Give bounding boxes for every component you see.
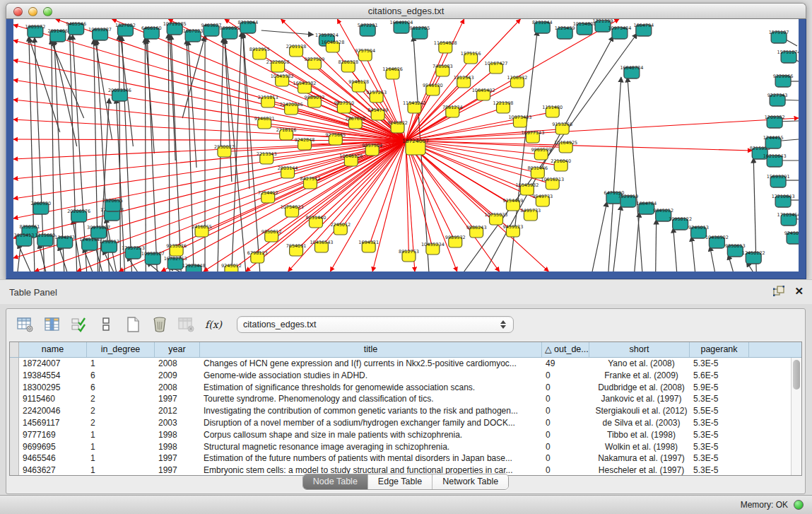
svg-text:1164626: 1164626 [382, 66, 403, 72]
cell-out_degree: 0 [542, 417, 589, 429]
cell-name: 9699695 [19, 441, 87, 453]
status-bar: Memory: OK [0, 495, 812, 514]
svg-text:8495733: 8495733 [520, 208, 541, 214]
table-row[interactable]: 1456911722003Disruption of a novel membe… [10, 417, 801, 429]
network-canvas[interactable]: 1905572269140694655461065328715276026466… [13, 19, 799, 271]
table-vertical-scrollbar[interactable] [791, 358, 801, 475]
create-column-icon[interactable] [122, 315, 143, 334]
svg-text:9612705: 9612705 [410, 25, 430, 31]
column-header-year[interactable]: year [155, 342, 200, 357]
function-builder-icon[interactable]: f(x) [203, 315, 224, 334]
close-window-button[interactable] [13, 7, 23, 16]
svg-text:1151480: 1151480 [542, 105, 563, 110]
svg-text:1221399: 1221399 [593, 19, 613, 24]
table-row[interactable]: 977716911998Corpus callosum shape and si… [10, 429, 801, 441]
table-row[interactable]: 1872400712008Changes of HCN gene express… [10, 358, 801, 370]
table-row[interactable]: 946554611997Estimation of the future num… [10, 452, 801, 465]
svg-text:9135026: 9135026 [166, 243, 187, 249]
svg-text:1244415: 1244415 [763, 135, 784, 141]
svg-text:5972231: 5972231 [358, 23, 378, 28]
column-header-in_degree[interactable]: in_degree [87, 342, 155, 357]
tab-edge-table[interactable]: Edge Table [368, 474, 433, 489]
svg-text:9645012: 9645012 [653, 208, 673, 214]
table-tabbar: Node TableEdge TableNetwork Table [6, 474, 805, 490]
svg-text:9242848: 9242848 [295, 137, 315, 143]
svg-text:8031446: 8031446 [527, 165, 548, 171]
citation-graph[interactable]: 1905572269140694655461065328715276026466… [13, 19, 799, 271]
svg-text:10164925: 10164925 [554, 140, 577, 146]
svg-text:10167427: 10167427 [485, 61, 508, 66]
zoom-window-button[interactable] [43, 7, 52, 16]
table-options-icon[interactable] [15, 315, 36, 334]
svg-text:1575156: 1575156 [461, 51, 481, 57]
scrollbar-thumb[interactable] [793, 360, 800, 390]
svg-text:1667023: 1667023 [183, 28, 204, 34]
table-row[interactable]: 1830029562008Estimation of significance … [10, 382, 801, 394]
cell-pagerank: 5.3E-5 [690, 358, 749, 370]
column-header-pagerank[interactable]: pagerank [690, 342, 749, 357]
svg-text:16649104: 16649104 [390, 20, 413, 25]
table-row[interactable]: 969969511998Structural magnetic resonanc… [10, 441, 801, 453]
unselect-rows-icon[interactable] [95, 315, 117, 334]
delete-column-icon[interactable] [149, 315, 170, 334]
tab-network-table[interactable]: Network Table [433, 474, 508, 489]
svg-text:20206576: 20206576 [67, 209, 90, 214]
table-tabs: Node TableEdge TableNetwork Table [302, 474, 509, 490]
close-panel-icon[interactable]: ✕ [794, 286, 804, 296]
column-header-name[interactable]: name [19, 342, 87, 357]
svg-text:9245014: 9245014 [784, 230, 799, 236]
svg-text:18724007: 18724007 [402, 138, 429, 144]
column-header-out_degree[interactable]: △ out_de... [542, 342, 589, 357]
table-header-row: namein_degreeyeartitle△ out_de...shortpa… [10, 342, 801, 358]
table-row[interactable]: 2242004622012Investigating the contribut… [10, 405, 801, 417]
svg-text:10719185: 10719185 [163, 21, 187, 27]
cell-title: Changes of HCN gene expression and I(f) … [200, 358, 542, 370]
cell-title: Tourette syndrome. Phenomenology and cla… [200, 393, 542, 405]
svg-text:9463627: 9463627 [201, 23, 222, 28]
svg-text:8454749: 8454749 [367, 107, 388, 113]
cell-year: 1997 [155, 393, 200, 405]
svg-text:10436502: 10436502 [705, 235, 729, 240]
column-header-title[interactable]: title [200, 342, 542, 357]
cell-name: 9465546 [19, 452, 87, 465]
svg-text:2416055: 2416055 [192, 224, 212, 230]
network-frame: 1905572269140694655461065328715276026466… [6, 19, 806, 279]
cell-out_degree: 0 [542, 382, 589, 394]
delete-table-icon[interactable] [176, 315, 197, 334]
svg-text:1125439: 1125439 [555, 25, 575, 31]
tab-node-table[interactable]: Node Table [303, 474, 368, 489]
svg-text:9850612: 9850612 [261, 229, 282, 235]
svg-text:16046128: 16046128 [321, 40, 344, 45]
cell-name: 22420046 [19, 405, 87, 417]
svg-text:8186328: 8186328 [338, 59, 358, 65]
cell-year: 2008 [155, 358, 200, 370]
svg-text:1664794: 1664794 [633, 23, 654, 28]
svg-text:17103454: 17103454 [777, 212, 799, 218]
cell-in_degree: 2 [87, 417, 155, 429]
select-all-rows-icon[interactable] [69, 315, 90, 334]
svg-text:1664784: 1664784 [636, 201, 657, 206]
cell-title: Investigating the contribution of common… [200, 405, 542, 417]
memory-status-icon [794, 500, 804, 510]
cell-in_degree: 6 [87, 382, 155, 394]
svg-text:1221398: 1221398 [493, 100, 514, 106]
cell-year: 2003 [155, 417, 200, 429]
row-gutter [10, 441, 19, 453]
svg-text:1209382: 1209382 [765, 115, 785, 120]
svg-text:1250513: 1250513 [99, 239, 119, 245]
table-row[interactable]: 911546021997Tourette syndrome. Phenomeno… [10, 393, 801, 405]
svg-text:2867608: 2867608 [345, 116, 365, 122]
node-table: namein_degreeyeartitle△ out_de...shortpa… [9, 341, 802, 476]
float-panel-icon[interactable] [773, 286, 784, 296]
cell-in_degree: 1 [87, 358, 155, 370]
cell-short: Jankovic et al. (1997) [589, 393, 690, 405]
minimize-window-button[interactable] [28, 7, 37, 16]
show-columns-icon[interactable] [42, 315, 63, 334]
network-window-titlebar[interactable]: citations_edges.txt [6, 3, 806, 19]
table-selector-dropdown[interactable]: citations_edges.txt [237, 316, 514, 333]
table-row[interactable]: 1938455462009Genome-wide association stu… [10, 370, 801, 382]
row-gutter [10, 417, 19, 429]
column-header-short[interactable]: short [589, 342, 690, 357]
svg-text:1527602: 1527602 [115, 23, 136, 28]
cell-name: 19384554 [19, 370, 87, 382]
